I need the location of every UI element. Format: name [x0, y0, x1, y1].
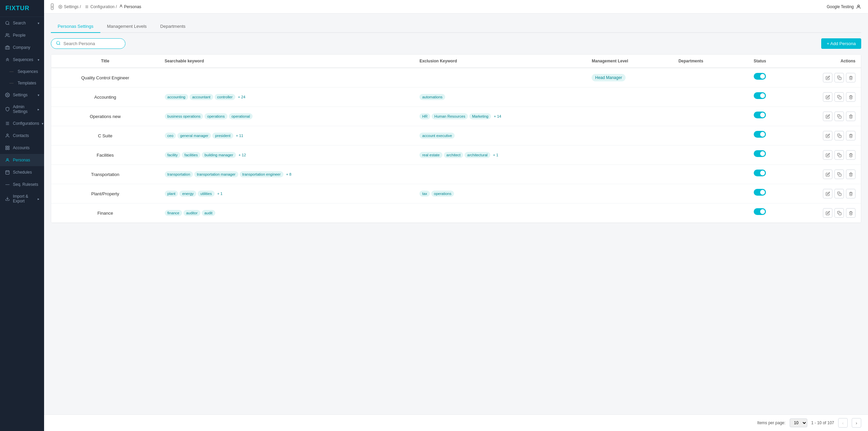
tab-personas-settings[interactable]: Personas Settings — [51, 20, 100, 33]
copy-button[interactable] — [834, 92, 844, 102]
keyword-tag: operations — [204, 113, 227, 119]
cell-management-level: Head Manager — [586, 68, 673, 87]
per-page-select[interactable]: 10 25 50 — [790, 418, 807, 427]
sidebar-item-people[interactable]: People — [0, 29, 44, 41]
keyword-tag: energy — [179, 191, 196, 197]
accounts-icon — [5, 145, 10, 151]
table-row: Accountingaccountingaccountantcontroller… — [51, 87, 861, 107]
edit-button[interactable] — [823, 170, 832, 179]
tab-departments[interactable]: Departments — [154, 20, 192, 33]
delete-button[interactable] — [846, 73, 855, 82]
col-exclusion: Exclusion Keyword — [414, 55, 586, 68]
cell-departments — [673, 87, 738, 107]
copy-button[interactable] — [834, 150, 844, 160]
copy-button[interactable] — [834, 112, 844, 121]
status-toggle[interactable] — [754, 92, 766, 99]
sidebar-item-import-export[interactable]: Import & Export ▸ — [0, 191, 44, 207]
status-toggle[interactable] — [754, 73, 766, 80]
status-toggle[interactable] — [754, 112, 766, 118]
edit-button[interactable] — [823, 112, 832, 121]
status-toggle[interactable] — [754, 170, 766, 176]
delete-button[interactable] — [846, 92, 855, 102]
more-keywords[interactable]: + 1 — [216, 191, 224, 197]
svg-point-23 — [120, 5, 122, 6]
back-button[interactable]: ‹ — [51, 3, 54, 10]
delete-button[interactable] — [846, 131, 855, 140]
keyword-tag: general manager — [177, 133, 211, 139]
cell-actions — [781, 68, 861, 87]
sidebar-item-contacts[interactable]: Contacts — [0, 130, 44, 142]
more-keywords[interactable]: + 12 — [237, 152, 248, 158]
edit-button[interactable] — [823, 92, 832, 102]
copy-button[interactable] — [834, 189, 844, 198]
status-toggle[interactable] — [754, 189, 766, 196]
copy-button[interactable] — [834, 131, 844, 140]
copy-button[interactable] — [834, 73, 844, 82]
add-persona-button[interactable]: + Add Persona — [821, 38, 861, 49]
sidebar-item-company[interactable]: Company — [0, 41, 44, 54]
sidebar-item-label: Admin Settings — [13, 104, 35, 114]
sidebar-item-accounts[interactable]: Accounts — [0, 142, 44, 154]
cell-management-level — [586, 145, 673, 165]
more-keywords[interactable]: + 11 — [235, 133, 245, 139]
delete-button[interactable] — [846, 150, 855, 160]
status-toggle[interactable] — [754, 150, 766, 157]
status-toggle[interactable] — [754, 131, 766, 138]
exclusion-tag: Marketing — [469, 113, 491, 119]
rulesets-icon: — — [5, 182, 10, 187]
delete-button[interactable] — [846, 208, 855, 218]
svg-point-25 — [57, 41, 60, 44]
keyword-tag: auditor — [183, 210, 200, 216]
cell-actions — [781, 165, 861, 184]
edit-button[interactable] — [823, 208, 832, 218]
sidebar-item-schedules[interactable]: Schedules — [0, 166, 44, 178]
chevron-icon: ▾ — [42, 122, 43, 125]
breadcrumb-configuration[interactable]: Configuration / — [85, 4, 117, 9]
cell-title: Operations new — [51, 107, 159, 126]
edit-button[interactable] — [823, 73, 832, 82]
edit-button[interactable] — [823, 189, 832, 198]
sidebar-item-configurations[interactable]: Configurations ▾ — [0, 117, 44, 130]
more-exclusions[interactable]: + 14 — [492, 113, 502, 119]
cell-title: Finance — [51, 203, 159, 223]
breadcrumb-settings[interactable]: Settings / — [58, 4, 81, 9]
sidebar-item-personas[interactable]: Personas — [0, 154, 44, 166]
prev-page-button[interactable]: ‹ — [838, 418, 848, 428]
settings-breadcrumb-icon — [58, 5, 62, 9]
delete-button[interactable] — [846, 170, 855, 179]
svg-rect-31 — [839, 154, 841, 157]
sidebar-item-admin-settings[interactable]: Admin Settings ▸ — [0, 101, 44, 117]
exclusion-tag: real estate — [419, 152, 442, 158]
svg-rect-12 — [6, 148, 7, 150]
status-toggle[interactable] — [754, 208, 766, 215]
delete-button[interactable] — [846, 189, 855, 198]
sidebar-item-sequences[interactable]: — Sequences — [0, 66, 44, 77]
config-breadcrumb-icon — [85, 5, 89, 9]
sidebar-item-sequences-group[interactable]: Sequences ▾ — [0, 54, 44, 66]
next-page-button[interactable]: › — [852, 418, 861, 428]
edit-button[interactable] — [823, 131, 832, 140]
keyword-tag: transportation — [165, 171, 193, 177]
cell-departments — [673, 165, 738, 184]
more-exclusions[interactable]: + 1 — [492, 152, 500, 158]
cell-title: Quality Control Engineer — [51, 68, 159, 87]
sidebar-item-templates[interactable]: — Templates — [0, 77, 44, 89]
more-keywords[interactable]: + 8 — [285, 171, 293, 177]
sidebar-item-label: Schedules — [13, 170, 32, 175]
copy-button[interactable] — [834, 208, 844, 218]
cell-exclusion-keywords: taxoperations — [414, 184, 586, 203]
edit-button[interactable] — [823, 150, 832, 160]
keyword-tag: facility — [165, 152, 181, 158]
sidebar-item-label: Sequences — [13, 57, 33, 62]
sidebar-item-seq-rulesets[interactable]: — Seq. Rulesets — [0, 178, 44, 191]
sidebar-item-settings[interactable]: Settings ▾ — [0, 89, 44, 101]
search-persona-input[interactable] — [63, 41, 114, 46]
tab-management-levels[interactable]: Management Levels — [100, 20, 154, 33]
copy-button[interactable] — [834, 170, 844, 179]
svg-rect-27 — [839, 77, 841, 79]
exclusion-tag: automations — [419, 94, 445, 100]
more-keywords[interactable]: + 24 — [237, 94, 247, 100]
sidebar-item-search[interactable]: Search ▾ — [0, 17, 44, 29]
cell-departments — [673, 145, 738, 165]
delete-button[interactable] — [846, 112, 855, 121]
